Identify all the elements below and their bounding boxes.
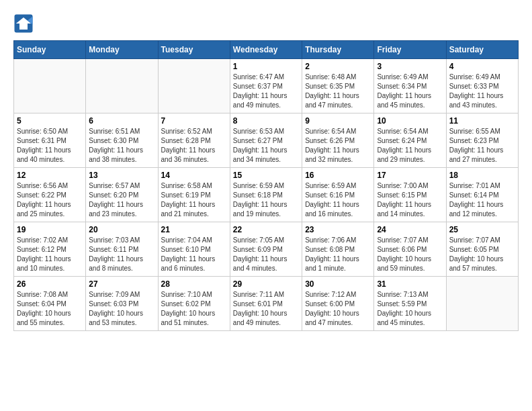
day-number: 14 (161, 171, 227, 180)
day-info: Sunrise: 7:11 AM Sunset: 6:01 PM Dayligh… (233, 290, 299, 328)
calendar-cell: 13Sunrise: 6:57 AM Sunset: 6:20 PM Dayli… (86, 168, 158, 222)
day-number: 12 (17, 171, 83, 180)
day-info: Sunrise: 7:02 AM Sunset: 6:12 PM Dayligh… (17, 236, 83, 273)
calendar-cell (86, 59, 158, 113)
day-info: Sunrise: 6:52 AM Sunset: 6:28 PM Dayligh… (161, 127, 227, 165)
day-number: 16 (305, 171, 371, 180)
day-number: 11 (449, 116, 515, 126)
day-info: Sunrise: 6:58 AM Sunset: 6:19 PM Dayligh… (161, 181, 227, 219)
calendar-cell: 16Sunrise: 6:59 AM Sunset: 6:16 PM Dayli… (302, 168, 374, 222)
calendar-cell: 15Sunrise: 6:59 AM Sunset: 6:18 PM Dayli… (230, 168, 302, 222)
day-info: Sunrise: 6:49 AM Sunset: 6:34 PM Dayligh… (377, 73, 443, 110)
day-info: Sunrise: 6:49 AM Sunset: 6:33 PM Dayligh… (449, 73, 515, 110)
day-number: 13 (89, 171, 154, 180)
calendar-table: SundayMondayTuesdayWednesdayThursdayFrid… (13, 40, 519, 331)
calendar-cell: 17Sunrise: 7:00 AM Sunset: 6:15 PM Dayli… (374, 168, 446, 222)
calendar-cell (158, 59, 230, 113)
calendar-cell: 19Sunrise: 7:02 AM Sunset: 6:12 PM Dayli… (14, 222, 86, 277)
calendar-header-row: SundayMondayTuesdayWednesdayThursdayFrid… (14, 41, 519, 59)
day-header-sunday: Sunday (14, 41, 86, 59)
day-info: Sunrise: 7:00 AM Sunset: 6:15 PM Dayligh… (377, 181, 443, 219)
day-header-thursday: Thursday (302, 41, 374, 59)
calendar-week-4: 19Sunrise: 7:02 AM Sunset: 6:12 PM Dayli… (14, 222, 519, 277)
calendar-cell: 11Sunrise: 6:55 AM Sunset: 6:23 PM Dayli… (446, 113, 518, 168)
day-info: Sunrise: 7:13 AM Sunset: 5:59 PM Dayligh… (377, 290, 443, 328)
page-header (13, 13, 519, 34)
day-info: Sunrise: 6:47 AM Sunset: 6:37 PM Dayligh… (233, 73, 299, 110)
day-header-saturday: Saturday (446, 41, 518, 59)
day-number: 27 (89, 279, 154, 289)
calendar-cell: 1Sunrise: 6:47 AM Sunset: 6:37 PM Daylig… (230, 59, 302, 113)
day-number: 7 (161, 116, 227, 126)
day-info: Sunrise: 7:04 AM Sunset: 6:10 PM Dayligh… (161, 236, 227, 273)
day-number: 8 (233, 116, 299, 126)
day-number: 4 (449, 62, 515, 71)
day-info: Sunrise: 6:54 AM Sunset: 6:24 PM Dayligh… (377, 127, 443, 165)
calendar-cell: 6Sunrise: 6:51 AM Sunset: 6:30 PM Daylig… (86, 113, 158, 168)
day-number: 6 (89, 116, 154, 126)
day-info: Sunrise: 7:01 AM Sunset: 6:14 PM Dayligh… (449, 181, 515, 219)
calendar-cell: 28Sunrise: 7:10 AM Sunset: 6:02 PM Dayli… (158, 277, 230, 331)
day-number: 31 (377, 279, 443, 289)
day-number: 2 (305, 62, 371, 71)
calendar-cell: 2Sunrise: 6:48 AM Sunset: 6:35 PM Daylig… (302, 59, 374, 113)
calendar-cell: 7Sunrise: 6:52 AM Sunset: 6:28 PM Daylig… (158, 113, 230, 168)
calendar-cell: 27Sunrise: 7:09 AM Sunset: 6:03 PM Dayli… (86, 277, 158, 331)
day-number: 20 (89, 225, 154, 234)
calendar-cell: 12Sunrise: 6:56 AM Sunset: 6:22 PM Dayli… (14, 168, 86, 222)
calendar-cell: 21Sunrise: 7:04 AM Sunset: 6:10 PM Dayli… (158, 222, 230, 277)
day-number: 3 (377, 62, 443, 71)
logo (13, 13, 36, 34)
calendar-cell: 3Sunrise: 6:49 AM Sunset: 6:34 PM Daylig… (374, 59, 446, 113)
day-info: Sunrise: 7:06 AM Sunset: 6:08 PM Dayligh… (305, 236, 371, 273)
day-info: Sunrise: 7:08 AM Sunset: 6:04 PM Dayligh… (17, 290, 83, 328)
calendar-week-5: 26Sunrise: 7:08 AM Sunset: 6:04 PM Dayli… (14, 277, 519, 331)
logo-icon (13, 13, 34, 34)
day-number: 26 (17, 279, 83, 289)
day-number: 9 (305, 116, 371, 126)
day-header-tuesday: Tuesday (158, 41, 230, 59)
day-number: 10 (377, 116, 443, 126)
calendar-week-2: 5Sunrise: 6:50 AM Sunset: 6:31 PM Daylig… (14, 113, 519, 168)
day-number: 30 (305, 279, 371, 289)
day-info: Sunrise: 6:50 AM Sunset: 6:31 PM Dayligh… (17, 127, 83, 165)
calendar-cell (446, 277, 518, 331)
day-number: 18 (449, 171, 515, 180)
day-info: Sunrise: 7:10 AM Sunset: 6:02 PM Dayligh… (161, 290, 227, 328)
calendar-cell: 10Sunrise: 6:54 AM Sunset: 6:24 PM Dayli… (374, 113, 446, 168)
calendar-cell: 9Sunrise: 6:54 AM Sunset: 6:26 PM Daylig… (302, 113, 374, 168)
day-info: Sunrise: 6:51 AM Sunset: 6:30 PM Dayligh… (89, 127, 154, 165)
day-number: 22 (233, 225, 299, 234)
day-info: Sunrise: 7:07 AM Sunset: 6:05 PM Dayligh… (449, 236, 515, 273)
day-number: 5 (17, 116, 83, 126)
day-info: Sunrise: 6:53 AM Sunset: 6:27 PM Dayligh… (233, 127, 299, 165)
calendar-cell: 24Sunrise: 7:07 AM Sunset: 6:06 PM Dayli… (374, 222, 446, 277)
calendar-cell: 23Sunrise: 7:06 AM Sunset: 6:08 PM Dayli… (302, 222, 374, 277)
day-number: 21 (161, 225, 227, 234)
day-info: Sunrise: 7:03 AM Sunset: 6:11 PM Dayligh… (89, 236, 154, 273)
calendar-cell: 22Sunrise: 7:05 AM Sunset: 6:09 PM Dayli… (230, 222, 302, 277)
day-number: 1 (233, 62, 299, 71)
calendar-cell: 29Sunrise: 7:11 AM Sunset: 6:01 PM Dayli… (230, 277, 302, 331)
day-info: Sunrise: 6:56 AM Sunset: 6:22 PM Dayligh… (17, 181, 83, 219)
day-header-monday: Monday (86, 41, 158, 59)
day-number: 28 (161, 279, 227, 289)
day-number: 24 (377, 225, 443, 234)
calendar-cell: 5Sunrise: 6:50 AM Sunset: 6:31 PM Daylig… (14, 113, 86, 168)
day-header-wednesday: Wednesday (230, 41, 302, 59)
day-number: 19 (17, 225, 83, 234)
calendar-cell: 18Sunrise: 7:01 AM Sunset: 6:14 PM Dayli… (446, 168, 518, 222)
day-number: 25 (449, 225, 515, 234)
calendar-cell: 25Sunrise: 7:07 AM Sunset: 6:05 PM Dayli… (446, 222, 518, 277)
calendar-cell: 30Sunrise: 7:12 AM Sunset: 6:00 PM Dayli… (302, 277, 374, 331)
day-info: Sunrise: 7:05 AM Sunset: 6:09 PM Dayligh… (233, 236, 299, 273)
day-number: 15 (233, 171, 299, 180)
day-info: Sunrise: 6:59 AM Sunset: 6:16 PM Dayligh… (305, 181, 371, 219)
day-info: Sunrise: 6:54 AM Sunset: 6:26 PM Dayligh… (305, 127, 371, 165)
day-info: Sunrise: 6:59 AM Sunset: 6:18 PM Dayligh… (233, 181, 299, 219)
day-info: Sunrise: 7:09 AM Sunset: 6:03 PM Dayligh… (89, 290, 154, 328)
day-number: 17 (377, 171, 443, 180)
day-info: Sunrise: 6:55 AM Sunset: 6:23 PM Dayligh… (449, 127, 515, 165)
calendar-cell: 14Sunrise: 6:58 AM Sunset: 6:19 PM Dayli… (158, 168, 230, 222)
calendar-cell: 4Sunrise: 6:49 AM Sunset: 6:33 PM Daylig… (446, 59, 518, 113)
